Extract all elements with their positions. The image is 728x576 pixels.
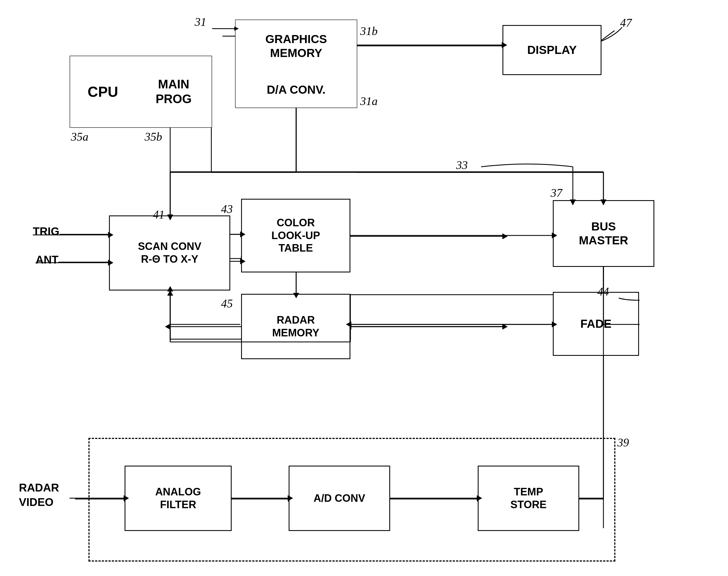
ref-31a: 31a: [360, 94, 377, 108]
scan-conv-box: SCAN CONVR-Θ TO X-Y: [109, 215, 230, 290]
analog-filter-label: ANALOGFILTER: [155, 486, 201, 511]
display-label: DISPLAY: [527, 43, 577, 57]
svg-marker-34: [165, 324, 170, 329]
svg-line-51: [601, 31, 615, 40]
ref-31b: 31b: [360, 25, 377, 38]
ad-conv-label: A/D CONV: [314, 492, 365, 505]
ref-43: 43: [221, 202, 233, 216]
ref-39: 39: [617, 436, 629, 449]
ref-35a: 35a: [71, 130, 88, 143]
main-prog-label: MAINPROG: [156, 77, 192, 107]
ref-44: 44: [597, 285, 609, 298]
trig-label: TRIG: [33, 225, 59, 238]
da-conv-box: D/A CONV.: [235, 72, 357, 108]
radar-memory-label: RADARMEMORY: [272, 314, 319, 339]
da-conv-label: D/A CONV.: [267, 83, 326, 97]
ref-41: 41: [153, 208, 165, 221]
cpu-box: CPU: [70, 56, 136, 127]
radar-video-label: RADARVIDEO: [19, 480, 59, 509]
main-prog-box: MAINPROG: [136, 56, 212, 127]
fade-label: FADE: [580, 317, 612, 331]
graphics-memory-label: GRAPHICSMEMORY: [265, 32, 327, 60]
ant-label: ANT: [36, 254, 58, 266]
ref-37: 37: [551, 186, 562, 200]
scan-conv-label: SCAN CONVR-Θ TO X-Y: [138, 240, 201, 265]
ref-47: 47: [620, 16, 632, 29]
temp-store-label: TEMPSTORE: [510, 486, 547, 511]
fade-box: FADE: [553, 292, 639, 356]
color-lut-box: COLORLOOK-UPTABLE: [241, 199, 351, 272]
color-lut-label: COLORLOOK-UPTABLE: [272, 217, 320, 255]
ad-conv-box: A/D CONV: [289, 466, 390, 531]
bus-master-label: BUSMASTER: [579, 220, 628, 248]
ref-31: 31: [195, 15, 206, 29]
bus-master-box: BUSMASTER: [553, 200, 654, 267]
radar-memory-box: RADARMEMORY: [241, 294, 351, 359]
graphics-memory-box: GRAPHICSMEMORY: [235, 20, 357, 72]
ref-33: 33: [456, 159, 468, 172]
ref-35b: 35b: [145, 130, 162, 143]
temp-store-box: TEMPSTORE: [478, 466, 579, 531]
svg-marker-36: [502, 324, 507, 329]
svg-marker-30: [167, 290, 173, 295]
cpu-label: CPU: [88, 83, 118, 100]
diagram: CPU MAINPROG GRAPHICSMEMORY D/A CONV. DI…: [0, 0, 728, 576]
svg-marker-22: [502, 233, 507, 239]
ref-45: 45: [221, 297, 233, 310]
display-box: DISPLAY: [502, 25, 601, 75]
analog-filter-box: ANALOGFILTER: [124, 466, 232, 531]
